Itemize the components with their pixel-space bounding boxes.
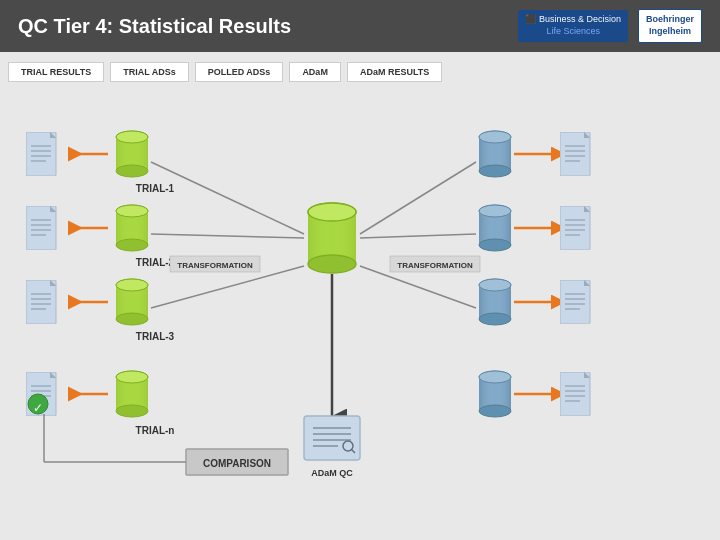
nav-tabs: TRIAL RESULTS TRIAL ADSs POLLED ADSs ADa…	[8, 62, 712, 82]
tab-trial-adss[interactable]: TRIAL ADSs	[110, 62, 189, 82]
svg-text:TRANSFORMATION: TRANSFORMATION	[177, 261, 253, 270]
svg-text:TRANSFORMATION: TRANSFORMATION	[397, 261, 473, 270]
diagram: TRIAL-1 TRIAL-2 TRANSFORMATION TRANSFORM…	[8, 94, 712, 484]
svg-line-37	[360, 162, 476, 234]
svg-line-34	[151, 162, 304, 234]
svg-text:TRIAL-3: TRIAL-3	[136, 331, 175, 342]
svg-rect-46	[304, 416, 360, 460]
svg-text:COMPARISON: COMPARISON	[203, 458, 271, 469]
tab-polled-adss[interactable]: POLLED ADSs	[195, 62, 284, 82]
svg-text:✓: ✓	[33, 401, 43, 415]
main-content: TRIAL RESULTS TRIAL ADSs POLLED ADSs ADa…	[0, 52, 720, 540]
svg-text:TRIAL-n: TRIAL-n	[136, 425, 175, 436]
svg-text:TRIAL-2: TRIAL-2	[136, 257, 175, 268]
svg-line-38	[360, 234, 476, 238]
tab-adam[interactable]: ADaM	[289, 62, 341, 82]
tab-trial-results[interactable]: TRIAL RESULTS	[8, 62, 104, 82]
svg-line-36	[151, 266, 304, 308]
svg-line-35	[151, 234, 304, 238]
header: QC Tier 4: Statistical Results ⬛ Busines…	[0, 0, 720, 52]
page-title: QC Tier 4: Statistical Results	[18, 15, 291, 38]
tab-adam-results[interactable]: ADaM RESULTS	[347, 62, 442, 82]
svg-text:ADaM QC: ADaM QC	[311, 468, 353, 478]
svg-line-39	[360, 266, 476, 308]
bd-logo: ⬛ Business & DecisionLife Sciences	[518, 10, 628, 41]
trial1-label: TRIAL-1	[136, 183, 175, 194]
bd-logo-text: ⬛ Business & DecisionLife Sciences	[525, 14, 621, 36]
bi-logo-text: BoehringerIngelheim	[646, 14, 694, 36]
bi-logo: BoehringerIngelheim	[638, 9, 702, 42]
logos: ⬛ Business & DecisionLife Sciences Boehr…	[518, 9, 702, 42]
